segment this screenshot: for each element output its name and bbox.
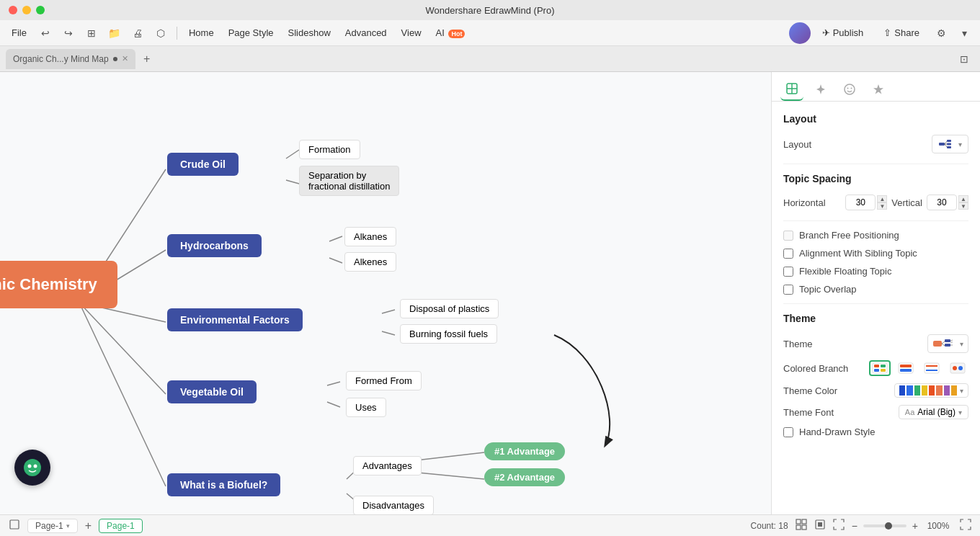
theme-row: Theme ▾	[783, 334, 968, 353]
h-input[interactable]	[845, 195, 876, 210]
hand-drawn-checkbox[interactable]	[783, 427, 793, 437]
panel-tab-face[interactable]	[838, 78, 861, 101]
print-button[interactable]: 🖨	[128, 23, 148, 43]
add-tab-button[interactable]: +	[138, 50, 156, 68]
node-count: Count: 18	[751, 521, 788, 531]
cb-option-4[interactable]	[947, 360, 968, 376]
h-dn[interactable]: ▼	[877, 202, 887, 210]
flexible-floating-checkbox[interactable]	[783, 267, 793, 277]
user-avatar[interactable]	[789, 22, 811, 44]
theme-dropdown[interactable]: ▾	[927, 334, 968, 353]
canvas[interactable]: Organic Chemistry Crude Oil Formation Se…	[0, 72, 771, 514]
fit-view-button[interactable]	[814, 519, 826, 532]
tab-close-icon[interactable]: ✕	[122, 54, 128, 63]
menu-page-style[interactable]: Page Style	[223, 24, 280, 41]
branch-free-positioning-checkbox[interactable]	[783, 231, 793, 241]
menu-home[interactable]: Home	[183, 24, 220, 41]
leaf-advantage-2[interactable]: #2 Advantage	[484, 468, 565, 486]
menu-file[interactable]: File	[6, 24, 32, 41]
status-page-toggle-button[interactable]	[9, 519, 20, 532]
leaf-alkenes[interactable]: Alkenes	[344, 252, 396, 272]
chevron-down-icon: ▾	[958, 140, 962, 148]
menu-ai[interactable]: AI Hot	[430, 24, 471, 41]
leaf-disposal[interactable]: Disposal of plastics	[400, 299, 499, 318]
page-tab-active-1[interactable]: Page-1	[99, 519, 143, 533]
leaf-advantages-label[interactable]: Advantages	[353, 456, 422, 475]
leaf-uses[interactable]: Uses	[346, 398, 386, 417]
leaf-disadvantages-label[interactable]: Disadvantages	[353, 496, 434, 514]
v-input-grp: ▲ ▼	[927, 195, 968, 210]
tab-organic-chemistry[interactable]: Organic Ch...y Mind Map ✕	[6, 49, 135, 69]
theme-color-row: Theme Color ▾	[783, 383, 968, 398]
zoom-slider[interactable]	[863, 524, 906, 527]
new-button[interactable]: ⊞	[81, 23, 102, 43]
expand-button[interactable]: ▾	[954, 23, 974, 43]
svg-point-54	[953, 366, 957, 370]
leaf-advantage-1[interactable]: #1 Advantage	[484, 442, 565, 460]
fullscreen-status-button[interactable]	[960, 519, 971, 532]
panel-content: Layout Layout ▾	[772, 102, 980, 514]
branch-environmental[interactable]: Environmental Factors	[167, 308, 303, 331]
leaf-formed-from[interactable]: Formed From	[346, 371, 422, 390]
cb-option-1[interactable]	[869, 360, 891, 376]
panel-tab-layout[interactable]	[780, 78, 803, 101]
minimize-button[interactable]	[22, 6, 31, 14]
menubar: File ↩ ↪ ⊞ 📁 🖨 ⬡ Home Page Style Slidesh…	[0, 20, 980, 46]
leaf-burning[interactable]: Burning fossil fuels	[400, 324, 497, 344]
v-input[interactable]	[927, 195, 957, 210]
zoom-out-button[interactable]: −	[852, 520, 858, 532]
leaf-alkanes[interactable]: Alkanes	[344, 227, 396, 246]
close-button[interactable]	[9, 6, 17, 14]
panel-tab-style[interactable]	[809, 78, 832, 101]
redo-button[interactable]: ↪	[58, 23, 79, 43]
branch-label-crude-oil[interactable]: Crude Oil	[167, 153, 239, 176]
theme-color-dropdown[interactable]: ▾	[894, 383, 968, 398]
add-page-button[interactable]: +	[85, 519, 92, 532]
alignment-sibling-row: Alignment With Sibling Topic	[783, 248, 968, 259]
layout-dropdown[interactable]: ▾	[932, 135, 968, 153]
settings-button[interactable]: ⚙	[931, 23, 951, 43]
branch-biofuel[interactable]: What is a Biofuel?	[167, 473, 280, 496]
branch-crude-oil[interactable]: Crude Oil	[167, 153, 239, 176]
window-controls[interactable]	[9, 6, 45, 14]
cb-option-2[interactable]	[895, 360, 917, 376]
hand-drawn-label: Hand-Drawn Style	[799, 426, 876, 437]
menu-view[interactable]: View	[396, 24, 427, 41]
menu-slideshow[interactable]: Slideshow	[282, 24, 337, 41]
v-up[interactable]: ▲	[958, 195, 968, 202]
app-title: Wondershare EdrawMind (Pro)	[426, 5, 555, 16]
menu-advanced[interactable]: Advanced	[339, 24, 393, 41]
publish-button[interactable]: ✈ Publish	[814, 24, 873, 42]
export-button[interactable]: ⬡	[151, 23, 171, 43]
topic-overlap-checkbox[interactable]	[783, 285, 793, 295]
leaf-separation[interactable]: Separation byfractional distillation	[299, 166, 399, 196]
svg-rect-44	[874, 369, 879, 372]
svg-line-6	[286, 180, 299, 184]
ai-assistant-button[interactable]	[14, 450, 50, 486]
zoom-in-button[interactable]: +	[912, 520, 918, 532]
cb-option-3[interactable]	[921, 360, 943, 376]
central-node[interactable]: Organic Chemistry	[0, 261, 117, 308]
theme-preview-icon	[932, 336, 957, 351]
fullscreen-button[interactable]: ⊡	[954, 49, 974, 69]
alignment-sibling-checkbox[interactable]	[783, 249, 793, 259]
open-button[interactable]: 📁	[104, 23, 125, 43]
hand-drawn-row: Hand-Drawn Style	[783, 426, 968, 437]
leaf-formation[interactable]: Formation	[299, 140, 360, 159]
v-dn[interactable]: ▼	[958, 202, 968, 210]
share-button[interactable]: ⇧ Share	[875, 24, 928, 42]
undo-button[interactable]: ↩	[35, 23, 55, 43]
svg-line-8	[329, 258, 342, 263]
sparkle-icon	[814, 83, 827, 96]
branch-vegetable-oil[interactable]: Vegetable Oil	[167, 380, 257, 403]
h-up[interactable]: ▲	[877, 195, 887, 202]
page-tab-1[interactable]: Page-1 ▾	[27, 519, 78, 533]
panel-tab-star[interactable]	[867, 78, 890, 101]
font-dropdown[interactable]: Aa Arial (Big) ▾	[899, 405, 968, 419]
expand-view-button[interactable]	[833, 519, 845, 532]
layout-row: Layout ▾	[783, 135, 968, 153]
maximize-button[interactable]	[36, 6, 45, 14]
branch-hydrocarbons[interactable]: Hydrocarbons	[167, 234, 262, 257]
panel-tabs	[772, 72, 980, 102]
view-toggle-button[interactable]	[796, 519, 807, 532]
